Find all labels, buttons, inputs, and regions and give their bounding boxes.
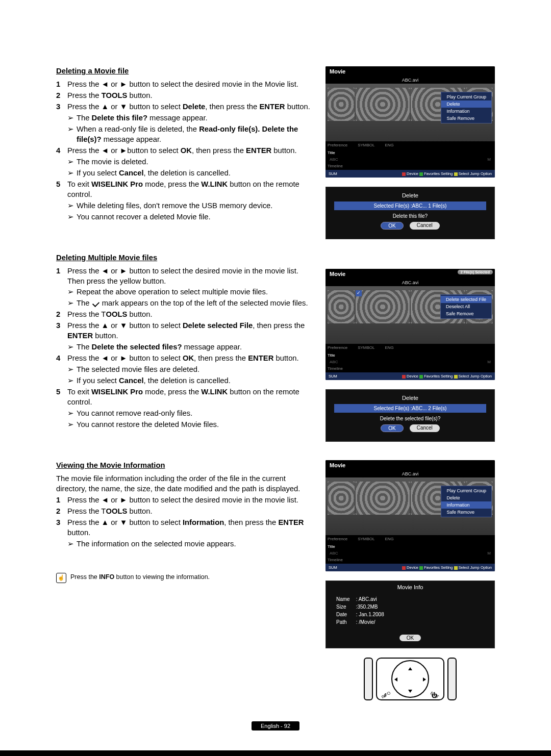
section1-steps: 1Press the ◄ or ► button to select the d…	[56, 80, 310, 222]
section2-steps: 1 Press the ◄ or ► button to select the …	[56, 266, 310, 431]
right-column: Movie ABC.avi Play Current Group Delete …	[325, 66, 495, 700]
screenshot-movie-multi: Movie 2 File(s) Selected ABC.avi ✓ Delet…	[325, 269, 495, 380]
section3-steps: 1Press the ◄ or ► button to select the d…	[56, 495, 310, 549]
info-label: INFO	[381, 691, 391, 699]
info-remote-icon: ☝	[56, 573, 66, 583]
delete-dialog-multi: Delete Selected File(s) :ABC... 2 File(s…	[325, 389, 495, 442]
context-menu[interactable]: Play Current Group Delete Information Sa…	[441, 486, 492, 517]
section3-intro: The movie file information including the…	[56, 474, 310, 494]
context-menu[interactable]: Play Current Group Delete Information Sa…	[441, 92, 492, 123]
section1-title: Deleting a Movie file	[56, 66, 310, 77]
check-icon	[92, 300, 99, 307]
ok-button[interactable]: OK	[381, 222, 403, 230]
cancel-button[interactable]: Cancel	[410, 424, 440, 432]
section3-title: Viewing the Movie Information	[56, 461, 310, 471]
info-note: ☝ Press the INFO button to viewing the i…	[56, 573, 310, 583]
screenshot-movie-delete: Movie ABC.avi Play Current Group Delete …	[325, 66, 495, 178]
selection-count-pill: 2 File(s) Selected	[458, 270, 493, 274]
context-menu[interactable]: Delete selected File Deselect All Safe R…	[440, 294, 492, 319]
dpad-icon	[391, 660, 429, 698]
check-icon: ✓	[356, 290, 362, 296]
ok-button[interactable]: OK	[399, 635, 421, 641]
section2-title: Deleting Multiple Movie files	[56, 253, 310, 263]
left-column: Deleting a Movie file 1Press the ◄ or ► …	[56, 66, 310, 700]
movie-info-panel: Movie Info Name: ABC.avi Size:350.2MB Da…	[325, 581, 495, 648]
exit-icon: ⏻	[432, 692, 437, 698]
remote-diagram: INFO EXIT i ⏻	[325, 658, 495, 700]
manual-page: Deleting a Movie file 1Press the ◄ or ► …	[0, 0, 551, 750]
page-number: English - 92	[56, 721, 495, 730]
cancel-button[interactable]: Cancel	[410, 222, 440, 230]
screenshot-movie-info: Movie ABC.avi Play Current Group Delete …	[325, 460, 495, 571]
ok-button[interactable]: OK	[381, 424, 403, 432]
info-icon: i	[384, 692, 386, 698]
delete-dialog-single: Delete Selected File(s) :ABC... 1 File(s…	[325, 187, 495, 239]
